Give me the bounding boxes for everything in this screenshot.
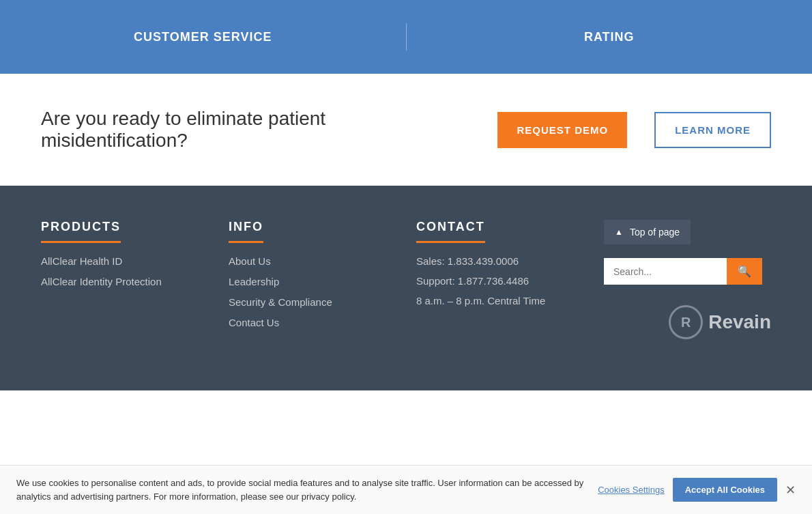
allclear-identity-link[interactable]: AllClear Identity Protection [41,276,162,287]
info-links: About Us Leadership Security & Complianc… [229,255,396,329]
products-links: AllClear Health ID AllClear Identity Pro… [41,255,208,288]
sales-number: Sales: 1.833.439.0006 [416,255,583,267]
cookie-settings-button[interactable]: Cookies Settings [598,485,665,495]
business-hours: 8 a.m. – 8 p.m. Central Time [416,295,583,306]
footer-grid: PRODUCTS AllClear Health ID AllClear Ide… [41,220,771,339]
footer: PRODUCTS AllClear Health ID AllClear Ide… [0,186,812,390]
revain-logo-area: R Revain [604,305,771,339]
list-item: Contact Us [229,317,396,329]
list-item: AllClear Health ID [41,255,208,268]
list-item: Security & Compliance [229,296,396,309]
info-title: INFO [229,220,263,243]
request-demo-button[interactable]: REQUEST DEMO [497,112,627,148]
cookie-close-button[interactable]: ✕ [785,483,796,498]
footer-utility-col: ▲ Top of page 🔍 R Revain [604,220,771,339]
list-item: AllClear Identity Protection [41,276,208,288]
allclear-health-id-link[interactable]: AllClear Health ID [41,255,122,267]
cta-heading: Are you ready to eliminate patient misid… [41,108,470,152]
footer-products-col: PRODUCTS AllClear Health ID AllClear Ide… [41,220,208,339]
support-number: Support: 1.877.736.4486 [416,275,583,287]
footer-contact-col: CONTACT Sales: 1.833.439.0006 Support: 1… [416,220,583,339]
search-button[interactable]: 🔍 [727,258,762,285]
customer-service-banner: CUSTOMER SERVICE [0,23,406,51]
cta-section: Are you ready to eliminate patient misid… [0,74,812,186]
revain-logo: R Revain [669,305,771,339]
list-item: Leadership [229,276,396,288]
cookie-banner: We use cookies to personalise content an… [0,465,812,514]
security-compliance-link[interactable]: Security & Compliance [229,296,332,308]
products-title: PRODUCTS [41,220,121,243]
footer-info-col: INFO About Us Leadership Security & Comp… [229,220,396,339]
cookie-actions: Cookies Settings Accept All Cookies ✕ [598,478,796,502]
top-of-page-button[interactable]: ▲ Top of page [604,220,691,244]
contact-us-link[interactable]: Contact Us [229,317,279,328]
top-of-page-label: Top of page [630,227,680,238]
search-input[interactable] [604,258,727,285]
top-banner: CUSTOMER SERVICE RATING [0,0,812,74]
rating-banner: RATING [407,23,813,51]
cookie-text: We use cookies to personalise content an… [16,476,584,503]
learn-more-button[interactable]: LEARN MORE [654,112,771,148]
accept-cookies-button[interactable]: Accept All Cookies [673,478,777,502]
list-item: About Us [229,255,396,268]
revain-circle-icon: R [669,305,703,339]
leadership-link[interactable]: Leadership [229,276,279,287]
search-bar: 🔍 [604,258,771,285]
revain-text: Revain [708,311,771,333]
search-icon: 🔍 [738,266,751,277]
about-us-link[interactable]: About Us [229,255,271,267]
chevron-up-icon: ▲ [615,227,623,237]
contact-title: CONTACT [416,220,485,243]
